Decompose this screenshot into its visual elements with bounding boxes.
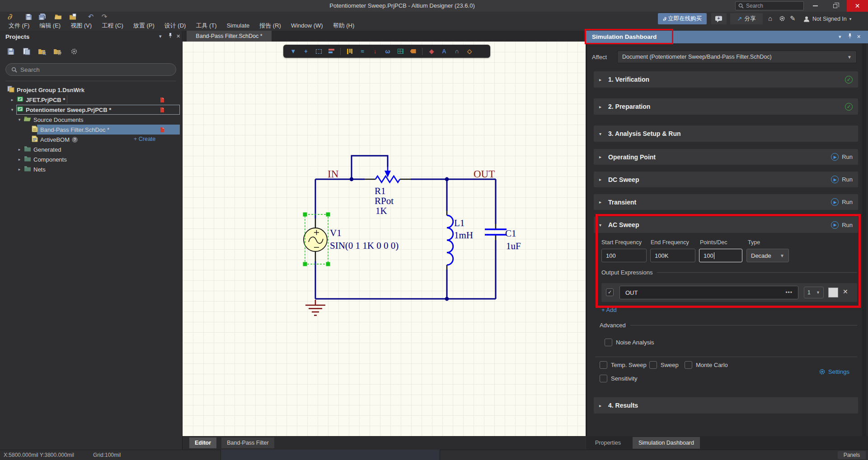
- ground-symbol[interactable]: [305, 300, 325, 316]
- selection-handle[interactable]: [326, 262, 330, 266]
- r1-designator[interactable]: R1: [375, 186, 386, 196]
- noise-analysis-checkbox[interactable]: [605, 339, 612, 346]
- expand-arrow-icon[interactable]: ▸: [10, 98, 14, 102]
- plot-number-dropdown[interactable]: 1 ▼: [804, 287, 824, 298]
- net-label-in[interactable]: IN: [328, 168, 339, 180]
- selection-handle[interactable]: [303, 213, 307, 217]
- menu-item-9[interactable]: Window (W): [286, 21, 328, 31]
- expression-checkbox[interactable]: ✓: [606, 288, 614, 296]
- temp-sweep-option[interactable]: Temp. Sweep: [600, 361, 647, 369]
- panel-close-icon[interactable]: ✕: [176, 33, 180, 39]
- filter-icon[interactable]: ▼: [288, 46, 299, 56]
- project-tree-item[interactable]: ▸Components: [0, 154, 183, 164]
- analysis-ac-sweep[interactable]: ▾ AC Sweep ▶ Run: [594, 217, 858, 233]
- panel-scrollbar[interactable]: [862, 43, 866, 436]
- expand-arrow-icon[interactable]: ▸: [599, 77, 604, 82]
- run-transient-button[interactable]: ▶ Run: [831, 198, 853, 206]
- panel-dropdown-icon[interactable]: ▾: [159, 33, 162, 39]
- settings-button[interactable]: Settings: [819, 368, 849, 375]
- panel-tab-simulation-dashboard[interactable]: Simulation Dashboard: [633, 437, 700, 449]
- panel-tab-properties[interactable]: Properties: [589, 437, 627, 449]
- expand-arrow-icon[interactable]: ▸: [599, 177, 604, 182]
- points-per-dec-input[interactable]: 100: [699, 249, 742, 262]
- sweep-checkbox[interactable]: [649, 361, 657, 369]
- l1-designator[interactable]: L1: [454, 218, 464, 228]
- color-swatch-button[interactable]: [828, 288, 838, 297]
- ellipsis-button[interactable]: •••: [785, 289, 793, 296]
- selection-handle[interactable]: [303, 262, 307, 266]
- analysis-operating-point[interactable]: ▸ Operating Point ▶ Run: [594, 149, 858, 165]
- delete-expression-icon[interactable]: ✕: [843, 288, 848, 295]
- expand-arrow-icon[interactable]: ▸: [599, 104, 604, 109]
- sensitivity-option[interactable]: Sensitivity: [600, 375, 638, 382]
- sensitivity-checkbox[interactable]: [600, 375, 607, 382]
- collapse-arrow-icon[interactable]: ▾: [599, 223, 604, 228]
- sweep-option[interactable]: Sweep: [649, 361, 679, 369]
- menu-item-8[interactable]: 报告 (R): [254, 21, 286, 31]
- redo-icon[interactable]: ↷: [100, 13, 108, 21]
- project-tree-item[interactable]: ▸Nets: [0, 164, 183, 174]
- c1-value[interactable]: 1uF: [506, 241, 521, 251]
- buy-online-button[interactable]: ∂ 立即在线购买: [658, 13, 707, 24]
- analysis-transient[interactable]: ▸ Transient ▶ Run: [594, 194, 858, 210]
- expand-arrow-icon[interactable]: ▸: [599, 154, 604, 159]
- noise-analysis-option[interactable]: Noise Analysis: [605, 339, 654, 346]
- section-analysis-setup[interactable]: ▾ 3. Analysis Setup & Run: [594, 125, 858, 142]
- run-ac-sweep-button[interactable]: ▶ Run: [831, 221, 853, 229]
- menu-item-10[interactable]: 帮助 (H): [328, 21, 360, 31]
- wire[interactable]: [315, 156, 496, 299]
- project-tree-item[interactable]: ▾Potentiometer Sweep.PrjPCB *: [0, 105, 183, 115]
- projects-search-input[interactable]: Search: [5, 63, 176, 76]
- arc-icon[interactable]: ∩: [451, 46, 462, 56]
- altium-logo-icon[interactable]: ∂: [7, 12, 12, 21]
- panels-button[interactable]: Panels: [838, 451, 866, 459]
- panel-settings-gear-icon[interactable]: [70, 48, 80, 57]
- potentiometer-r1[interactable]: [375, 167, 400, 182]
- restore-button[interactable]: [827, 0, 843, 12]
- v1-designator[interactable]: V1: [330, 228, 342, 238]
- undo-icon[interactable]: ↶: [87, 13, 95, 21]
- editor-tab-editor[interactable]: Editor: [189, 437, 216, 448]
- add-expression-link[interactable]: + Add: [601, 307, 617, 313]
- monte-carlo-checkbox[interactable]: [685, 361, 692, 369]
- expand-arrow-icon[interactable]: ▸: [17, 157, 22, 162]
- explore-folder-icon[interactable]: [38, 48, 47, 57]
- section-verification[interactable]: ▸ 1. Verification ✓: [594, 71, 858, 88]
- collapse-arrow-icon[interactable]: ▾: [17, 117, 22, 122]
- monte-carlo-option[interactable]: Monte Carlo: [685, 361, 728, 369]
- project-tree-item[interactable]: Band-Pass Filter.SchDoc *: [0, 125, 183, 135]
- save-all-icon[interactable]: [38, 13, 46, 21]
- comment-button[interactable]: +: [711, 13, 727, 24]
- affect-dropdown[interactable]: Document (Potentiometer Sweep/Band-Pass …: [617, 51, 857, 63]
- menu-item-7[interactable]: Simulate: [222, 21, 255, 31]
- select-rect-icon[interactable]: [313, 46, 324, 56]
- diamond-icon[interactable]: ◆: [426, 46, 437, 56]
- share-button[interactable]: ↗ 分享: [730, 13, 763, 24]
- menu-item-3[interactable]: 工程 (C): [97, 21, 128, 31]
- schematic-canvas[interactable]: IN OUT R1 RPot 1K V1 SIN(0 1 1K 0 0 0) L…: [183, 42, 586, 436]
- gear-icon[interactable]: [779, 15, 785, 23]
- run-operating-point-button[interactable]: ▶ Run: [831, 153, 853, 161]
- home-icon[interactable]: ⌂: [768, 14, 772, 22]
- project-tree-item[interactable]: ▾Source Documents: [0, 115, 183, 125]
- inductor-l1[interactable]: [447, 215, 453, 265]
- global-search-input[interactable]: Search: [735, 1, 804, 10]
- project-tree-item[interactable]: ▸Generated: [0, 144, 183, 154]
- collapse-arrow-icon[interactable]: ▾: [599, 131, 604, 136]
- temp-sweep-checkbox[interactable]: [600, 361, 607, 369]
- table-icon[interactable]: [395, 46, 406, 56]
- expand-arrow-icon[interactable]: ▸: [599, 200, 604, 204]
- measure-icon[interactable]: ω: [382, 46, 393, 56]
- tag-icon[interactable]: [408, 46, 418, 56]
- section-preparation[interactable]: ▸ 2. Preparation ✓: [594, 98, 858, 115]
- align-icon[interactable]: [326, 46, 337, 56]
- waveform-icon[interactable]: ≈: [357, 46, 368, 56]
- panel-dropdown-icon[interactable]: ▾: [839, 34, 841, 40]
- cross-probe-icon[interactable]: +: [300, 46, 311, 56]
- expand-arrow-icon[interactable]: ▸: [17, 167, 22, 172]
- capacitor-c1[interactable]: [485, 229, 507, 235]
- section-results[interactable]: ▸ 4. Results: [594, 397, 858, 414]
- r1-type[interactable]: RPot: [375, 195, 394, 206]
- pen-icon[interactable]: ✎: [790, 14, 796, 23]
- panel-close-icon[interactable]: ✕: [857, 34, 861, 40]
